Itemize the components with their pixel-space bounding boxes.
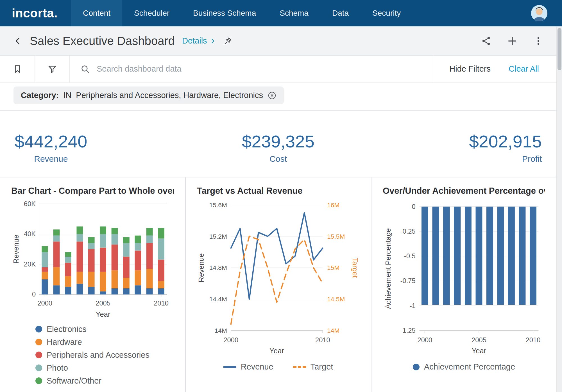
svg-text:Revenue: Revenue [197,253,205,282]
details-label: Details [182,36,207,45]
nav-item-content[interactable]: Content [71,0,122,26]
filter-value: Peripherals and Accessories, Hardware, E… [76,91,263,100]
nav-items: ContentSchedulerBusiness SchemaSchemaDat… [71,0,413,26]
bookmark-button[interactable] [0,56,35,82]
page-content: Sales Executive Dashboard Details [0,26,556,392]
svg-text:14M: 14M [327,327,339,334]
hide-filters-button[interactable]: Hide Filters [433,56,507,82]
svg-text:-1.25: -1.25 [400,327,416,334]
svg-text:2010: 2010 [526,336,541,344]
chart-card-stacked-bar: Bar Chart - Compare Part to Whole over .… [0,177,185,392]
kpi-profit-label: Profit [469,154,542,164]
legend-dot [35,377,42,384]
achievement-legend: Achievement Percentage [383,362,545,372]
legend-dot [35,326,42,332]
chart-card-achievement: Over/Under Achievement Percentage ov... … [371,177,556,392]
svg-text:Achievement Percentage: Achievement Percentage [384,228,392,309]
svg-text:2005: 2005 [96,299,110,307]
page-title: Sales Executive Dashboard [30,34,175,48]
legend-item-revenue[interactable]: Revenue [223,362,273,372]
pin-button[interactable] [223,37,232,45]
legend-item-peripherals-and-accessories[interactable]: Peripherals and Accessories [35,350,149,360]
legend-item-software-other[interactable]: Software/Other [35,376,101,386]
legend-dot [35,364,42,371]
nav-item-security[interactable]: Security [361,0,413,26]
kpi-cost: $239,325 Cost [242,131,315,164]
filter-button[interactable] [35,56,70,82]
legend-item-hardware[interactable]: Hardware [35,338,82,347]
search-area [70,56,433,82]
nav-item-scheduler[interactable]: Scheduler [122,0,181,26]
stacked-bar-legend: ElectronicsHardwarePeripherals and Acces… [35,325,174,386]
legend-item-achievement-percentage[interactable]: Achievement Percentage [413,362,515,372]
search-input[interactable] [96,64,422,74]
filter-operator: IN [63,91,71,100]
achievement-bar-chart[interactable]: 0-0.25-0.5-0.75-1-1.25200020052010YearAc… [383,199,545,355]
vertical-scrollbar-track[interactable] [556,26,562,392]
search-icon [80,64,90,74]
svg-text:Revenue: Revenue [12,235,20,264]
legend-dot [413,364,420,370]
legend-item-electronics[interactable]: Electronics [35,325,87,334]
user-avatar[interactable] [531,5,547,21]
svg-text:0: 0 [32,290,36,298]
top-nav: incorta. ContentSchedulerBusiness Schema… [0,0,562,26]
svg-text:Year: Year [269,347,284,355]
kpi-profit-value: $202,915 [469,131,542,151]
chart-card-target-vs-actual: Target vs Actual Revenue 14M14.4M14.8M15… [186,177,371,392]
svg-text:2010: 2010 [154,299,169,307]
stacked-bar-chart[interactable]: 020K40K60K200020052010YearRevenue [11,199,174,319]
filter-chip-row: Category: IN Peripherals and Accessories… [0,83,556,110]
line-chart-legend: RevenueTarget [197,362,359,372]
svg-text:15.6M: 15.6M [209,201,227,209]
more-options-button[interactable] [533,36,543,46]
legend-item-photo[interactable]: Photo [35,363,68,373]
funnel-icon [47,64,57,74]
charts-row: Bar Chart - Compare Part to Whole over .… [0,177,556,392]
svg-text:2005: 2005 [472,336,486,344]
kpi-row: $442,240 Revenue $239,325 Cost $202,915 … [0,111,556,177]
nav-item-data[interactable]: Data [320,0,361,26]
share-button[interactable] [481,36,491,46]
kpi-revenue-value: $442,240 [15,131,87,151]
category-filter-chip[interactable]: Category: IN Peripherals and Accessories… [13,86,284,104]
legend-label: Achievement Percentage [424,362,515,372]
vertical-scrollbar-thumb[interactable] [558,28,561,70]
add-button[interactable] [507,36,518,46]
chevron-left-icon [13,36,22,46]
remove-filter-icon[interactable] [268,91,277,100]
legend-dot [35,339,42,345]
svg-text:2010: 2010 [315,336,330,344]
details-link[interactable]: Details [182,36,216,45]
bookmark-icon [12,64,22,74]
svg-text:14M: 14M [215,327,227,334]
legend-line-swatch [293,366,306,368]
incorta-logo[interactable]: incorta. [12,0,58,26]
kpi-cost-value: $239,325 [242,131,315,151]
header-actions [481,36,543,46]
legend-label: Peripherals and Accessories [47,350,149,360]
chart-title: Bar Chart - Compare Part to Whole over .… [11,186,174,196]
svg-text:2000: 2000 [417,336,432,344]
chart-title: Over/Under Achievement Percentage ov... [383,186,545,196]
nav-item-business-schema[interactable]: Business Schema [181,0,268,26]
svg-text:15M: 15M [327,264,339,271]
svg-text:14.8M: 14.8M [209,264,227,271]
legend-line-swatch [223,366,236,368]
avatar-illustration [531,5,547,21]
legend-label: Hardware [47,338,82,347]
chevron-right-icon [209,38,216,44]
back-button[interactable] [13,36,22,46]
share-icon [481,36,491,46]
kpi-revenue: $442,240 Revenue [15,131,87,164]
clear-all-link[interactable]: Clear All [507,56,556,82]
dual-axis-line-chart[interactable]: 14M14.4M14.8M15.2M15.6M14M14.5M15M15.5M1… [197,199,359,355]
plus-icon [507,36,518,46]
kpi-profit: $202,915 Profit [469,131,542,164]
filter-field-label: Category: [21,91,59,100]
legend-item-target[interactable]: Target [293,362,333,372]
nav-item-schema[interactable]: Schema [268,0,320,26]
svg-text:2000: 2000 [223,336,238,344]
kpi-cost-label: Cost [242,154,315,164]
svg-text:-0.25: -0.25 [400,227,416,235]
